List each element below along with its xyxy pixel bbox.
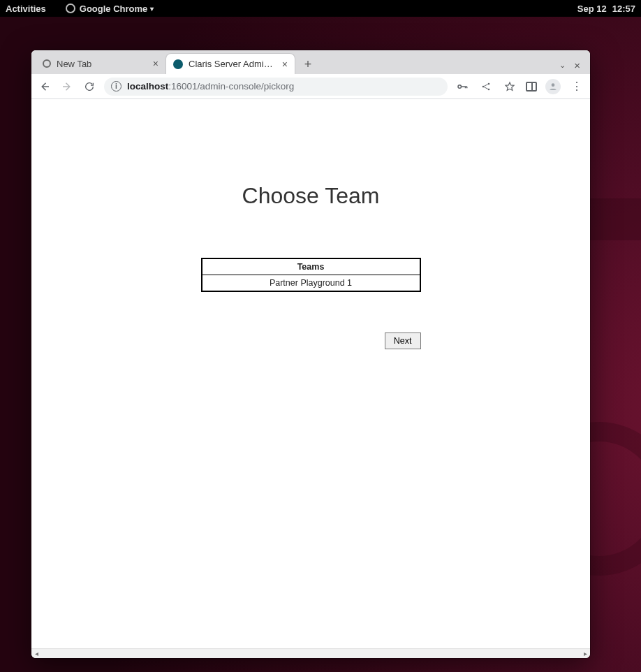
app-indicator[interactable]: Google Chrome ▾ [66, 3, 154, 14]
desktop-wallpaper: New Tab × Claris Server Admin Co × + ⌄ × [0, 17, 641, 672]
tab-title: Claris Server Admin Co [189, 59, 277, 69]
teams-table: Teams Partner Playground 1 [201, 258, 421, 292]
new-tab-button[interactable]: + [298, 54, 318, 74]
scroll-left-icon[interactable]: ◂ [31, 649, 41, 659]
svg-point-3 [488, 88, 490, 90]
tab-close-icon[interactable]: × [153, 59, 159, 68]
back-button[interactable] [37, 79, 52, 94]
person-icon [548, 82, 558, 92]
tab-title: New Tab [57, 59, 147, 69]
forward-button[interactable] [59, 79, 75, 94]
next-button-wrap: Next [201, 333, 421, 349]
gnome-top-bar: Activities Google Chrome ▾ Sep 12 12:57 [0, 0, 641, 17]
tab-active[interactable]: Claris Server Admin Co × [165, 53, 295, 74]
reload-button[interactable] [82, 79, 97, 94]
app-indicator-label: Google Chrome [80, 3, 148, 14]
arrow-left-icon [38, 80, 51, 93]
arrow-right-icon [61, 80, 73, 93]
side-panel-icon[interactable] [526, 82, 537, 92]
url-host: localhost [127, 81, 168, 92]
favicon-claris-icon [173, 59, 183, 69]
password-key-icon[interactable] [455, 79, 470, 94]
scroll-track[interactable] [43, 650, 579, 657]
favicon-blank-icon [43, 59, 51, 68]
chevron-down-icon: ▾ [150, 5, 154, 13]
teams-header-cell: Teams [202, 258, 420, 275]
tab-list-chevron-icon[interactable]: ⌄ [559, 61, 566, 70]
next-button[interactable]: Next [385, 333, 421, 349]
star-icon [504, 81, 515, 92]
svg-point-2 [488, 82, 490, 85]
svg-point-1 [482, 85, 485, 87]
team-cell[interactable]: Partner Playground 1 [202, 275, 420, 292]
table-row[interactable]: Partner Playground 1 [202, 275, 420, 292]
tab-close-icon[interactable]: × [282, 59, 288, 69]
url-path: :16001/admin-console/pickorg [168, 81, 294, 92]
clock-time[interactable]: 12:57 [612, 3, 635, 14]
window-close-icon[interactable]: × [574, 59, 580, 71]
chrome-window: New Tab × Claris Server Admin Co × + ⌄ × [31, 50, 590, 658]
tab-new-tab[interactable]: New Tab × [36, 53, 165, 74]
svg-point-0 [458, 85, 462, 88]
reload-icon [84, 81, 95, 92]
key-icon [456, 80, 469, 93]
share-button[interactable] [478, 79, 494, 94]
table-header-row: Teams [202, 258, 420, 275]
horizontal-scrollbar[interactable]: ◂ ▸ [31, 648, 590, 658]
page-viewport: Choose Team Teams Partner Playground 1 [31, 99, 590, 658]
page-title: Choose Team [31, 183, 590, 209]
site-info-icon[interactable]: i [111, 81, 121, 92]
profile-avatar[interactable] [545, 79, 561, 94]
chrome-menu-button[interactable]: ⋮ [569, 79, 584, 94]
share-icon [480, 81, 492, 92]
tab-strip: New Tab × Claris Server Admin Co × + ⌄ × [31, 50, 590, 74]
page-content: Choose Team Teams Partner Playground 1 [31, 99, 590, 349]
chrome-icon [66, 3, 75, 13]
clock-date[interactable]: Sep 12 [577, 3, 607, 14]
bookmark-button[interactable] [502, 79, 517, 94]
activities-button[interactable]: Activities [6, 3, 46, 14]
browser-toolbar: i localhost:16001/admin-console/pickorg [31, 74, 590, 99]
address-bar[interactable]: i localhost:16001/admin-console/pickorg [104, 78, 448, 96]
scroll-right-icon[interactable]: ▸ [580, 649, 590, 659]
svg-point-4 [552, 83, 555, 87]
url-text: localhost:16001/admin-console/pickorg [127, 81, 294, 92]
